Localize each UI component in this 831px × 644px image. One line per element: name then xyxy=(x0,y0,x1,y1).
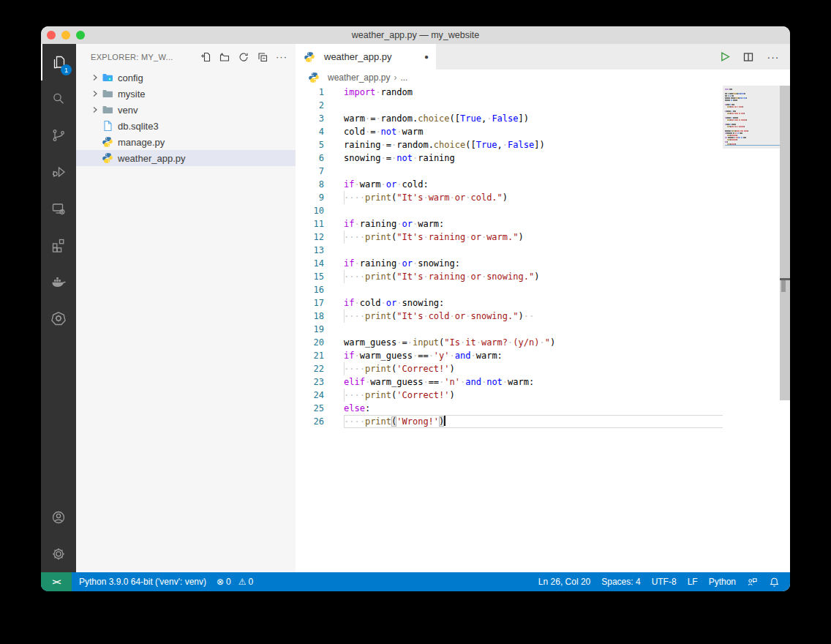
chevron-right-icon[interactable] xyxy=(89,72,101,83)
code-line-26[interactable]: 26····print('Wrong!') xyxy=(296,415,790,428)
code-line-18[interactable]: 18····print("It's·cold·or·snowing.")·· xyxy=(296,310,790,323)
tab-weather-app[interactable]: weather_app.py ● xyxy=(296,44,436,70)
feedback-icon[interactable] xyxy=(747,577,758,588)
split-editor-button[interactable] xyxy=(742,50,755,64)
language-mode-status[interactable]: Python xyxy=(709,577,736,587)
code-line-7[interactable]: 7 xyxy=(296,165,790,178)
code-content[interactable]: cold·=·not·warm xyxy=(344,125,723,138)
code-line-15[interactable]: 15····print("It's·raining·or·snowing.") xyxy=(296,270,790,283)
encoding-status[interactable]: UTF-8 xyxy=(652,577,677,587)
activity-remote-explorer[interactable] xyxy=(41,190,76,227)
code-line-14[interactable]: 14if·raining·or·snowing: xyxy=(296,257,790,270)
activity-kubernetes[interactable] xyxy=(41,300,76,337)
code-line-19[interactable]: 19 xyxy=(296,323,790,336)
remote-indicator[interactable]: >< xyxy=(41,572,72,591)
code-content[interactable]: ····print("It's·cold·or·snowing.")·· xyxy=(344,310,723,323)
minimap[interactable] xyxy=(723,86,780,149)
activity-explorer[interactable]: 1 xyxy=(41,44,76,80)
code-line-10[interactable]: 10 xyxy=(296,204,790,217)
activity-run-debug[interactable] xyxy=(41,154,76,190)
indentation-status[interactable]: Spaces: 4 xyxy=(601,577,640,587)
cursor-position-status[interactable]: Ln 26, Col 20 xyxy=(538,577,590,587)
code-content[interactable] xyxy=(344,99,723,112)
code-content[interactable]: import·random xyxy=(344,86,723,99)
activity-account[interactable] xyxy=(41,499,76,536)
code-line-9[interactable]: 9····print("It's·warm·or·cold.") xyxy=(296,191,790,204)
refresh-button[interactable] xyxy=(237,50,250,64)
file-row-venv[interactable]: venv xyxy=(76,102,296,118)
titlebar[interactable]: weather_app.py — my_website xyxy=(41,26,790,44)
code-content[interactable]: snowing·=·not·raining xyxy=(344,151,723,165)
chevron-right-icon[interactable] xyxy=(89,104,101,116)
code-content[interactable]: raining·=·random.choice([True,·False]) xyxy=(344,138,723,151)
more-actions-icon[interactable]: ··· xyxy=(275,50,288,64)
zoom-button[interactable] xyxy=(76,31,85,40)
file-row-mysite[interactable]: mysite xyxy=(76,86,296,102)
file-row-manage-py[interactable]: manage.py xyxy=(76,134,296,150)
file-row-weather-app-py[interactable]: weather_app.py xyxy=(76,150,296,166)
code-line-22[interactable]: 22····print('Correct!') xyxy=(296,362,790,375)
code-content[interactable]: ····print('Correct!') xyxy=(344,389,723,402)
code-line-13[interactable]: 13 xyxy=(296,244,790,257)
code-line-1[interactable]: 1import·random xyxy=(296,86,790,99)
code-content[interactable]: ····print('Correct!') xyxy=(344,362,723,375)
python-interpreter-status[interactable]: Python 3.9.0 64-bit ('venv': venv) xyxy=(79,577,206,587)
code-line-11[interactable]: 11if·raining·or·warm: xyxy=(296,217,790,231)
code-line-6[interactable]: 6snowing·=·not·raining xyxy=(296,151,790,165)
activity-search[interactable] xyxy=(41,80,76,117)
code-content[interactable]: if·warm_guess·==·'y'·and·warm: xyxy=(344,349,723,362)
code-line-20[interactable]: 20warm_guess·=·input("Is·it·warm?·(y/n)·… xyxy=(296,336,790,349)
chevron-right-icon[interactable] xyxy=(89,88,101,100)
code-line-25[interactable]: 25else: xyxy=(296,402,790,415)
code-line-12[interactable]: 12····print("It's·raining·or·warm.") xyxy=(296,231,790,244)
activity-extensions[interactable] xyxy=(41,227,76,263)
activity-docker[interactable] xyxy=(41,263,76,300)
collapse-folders-button[interactable] xyxy=(256,50,269,64)
code-content[interactable] xyxy=(344,204,723,217)
close-button[interactable] xyxy=(47,31,56,40)
minimize-button[interactable] xyxy=(61,31,70,40)
new-folder-button[interactable] xyxy=(218,50,231,64)
code-content[interactable]: ····print("It's·raining·or·warm.") xyxy=(344,231,723,244)
file-row-config[interactable]: config xyxy=(76,70,296,86)
code-line-3[interactable]: 3warm·=·random.choice([True,·False]) xyxy=(296,112,790,125)
run-button[interactable] xyxy=(717,50,730,64)
code-content[interactable] xyxy=(344,283,723,296)
dirty-indicator-icon[interactable]: ● xyxy=(424,53,429,61)
activity-settings[interactable] xyxy=(41,536,76,572)
code-editor[interactable]: 1import·random23warm·=·random.choice([Tr… xyxy=(296,86,790,572)
code-content[interactable]: if·cold·or·snowing: xyxy=(344,296,723,310)
code-content[interactable]: ····print("It's·raining·or·snowing.") xyxy=(344,270,723,283)
code-line-8[interactable]: 8if·warm·or·cold: xyxy=(296,178,790,191)
notifications-bell-icon[interactable] xyxy=(769,577,780,588)
code-line-17[interactable]: 17if·cold·or·snowing: xyxy=(296,296,790,310)
file-row-db-sqlite3[interactable]: db.sqlite3 xyxy=(76,118,296,134)
code-content[interactable] xyxy=(344,323,723,336)
code-line-23[interactable]: 23elif·warm_guess·==·'n'·and·not·warm: xyxy=(296,375,790,389)
problems-status[interactable]: ⊗0 ⚠0 xyxy=(217,577,253,587)
code-line-2[interactable]: 2 xyxy=(296,99,790,112)
code-content[interactable]: warm·=·random.choice([True,·False]) xyxy=(344,112,723,125)
scrollbar[interactable] xyxy=(780,86,790,572)
code-line-4[interactable]: 4cold·=·not·warm xyxy=(296,125,790,138)
code-content[interactable]: warm_guess·=·input("Is·it·warm?·(y/n)·") xyxy=(344,336,723,349)
code-content[interactable] xyxy=(344,244,723,257)
more-actions-icon[interactable]: ··· xyxy=(767,50,780,64)
code-line-21[interactable]: 21if·warm_guess·==·'y'·and·warm: xyxy=(296,349,790,362)
new-file-button[interactable] xyxy=(199,50,212,64)
activity-source-control[interactable] xyxy=(41,117,76,154)
scrollbar-slider[interactable] xyxy=(780,86,790,400)
code-content[interactable]: if·raining·or·snowing: xyxy=(344,257,723,270)
code-content[interactable]: elif·warm_guess·==·'n'·and·not·warm: xyxy=(344,375,723,389)
breadcrumb-file[interactable]: weather_app.py xyxy=(328,72,390,83)
breadcrumb[interactable]: weather_app.py › ... xyxy=(296,70,790,86)
code-content[interactable]: ····print("It's·warm·or·cold.") xyxy=(344,191,723,204)
code-content[interactable]: ····print('Wrong!') xyxy=(344,415,723,428)
breadcrumb-tail[interactable]: ... xyxy=(400,72,407,83)
code-line-16[interactable]: 16 xyxy=(296,283,790,296)
eol-status[interactable]: LF xyxy=(688,577,698,587)
code-line-24[interactable]: 24····print('Correct!') xyxy=(296,389,790,402)
code-content[interactable]: if·raining·or·warm: xyxy=(344,217,723,231)
code-content[interactable]: else: xyxy=(344,402,723,415)
code-line-5[interactable]: 5raining·=·random.choice([True,·False]) xyxy=(296,138,790,151)
